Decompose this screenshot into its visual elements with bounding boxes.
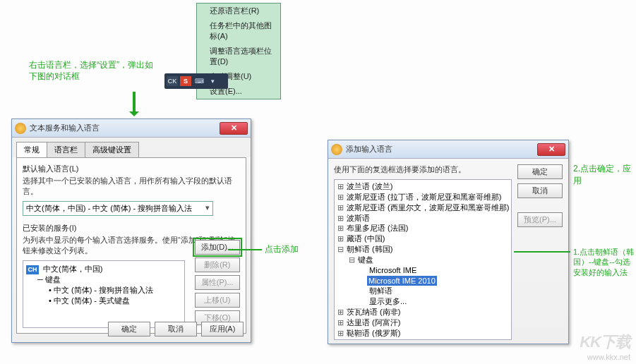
language-bar[interactable]: CK S ⌨ ▾ (164, 73, 228, 89)
kb-node[interactable]: ─ 键盘 (26, 274, 181, 285)
ch-badge-icon: CH (26, 265, 39, 274)
tree-node-label[interactable]: 达里语 (阿富汗) (344, 318, 400, 327)
globe-icon (331, 144, 342, 155)
tree-node-label[interactable]: Microsoft IME (367, 266, 416, 274)
cancel-button[interactable]: 取消 (517, 183, 563, 198)
installed-label: 已安装的服务(I) (23, 223, 240, 233)
watermark-logo: KK下载 (580, 332, 630, 353)
minus-icon[interactable]: ⊟ (336, 244, 344, 255)
titlebar[interactable]: 文本服务和输入语言 ✕ (12, 119, 251, 138)
tree-node[interactable]: ⊞ 波斯语 (336, 213, 510, 224)
lang-chip-sogou[interactable]: S (180, 76, 191, 86)
default-lang-value: 中文(简体，中国) - 中文 (简体) - 搜狗拼音输入法 (26, 203, 192, 214)
language-tree[interactable]: ⊞ 波兰语 (波兰)⊞ 波斯尼亚语 (拉丁语，波斯尼亚和黑塞哥维那)⊞ 波斯尼亚… (334, 179, 512, 340)
tree-node[interactable]: Microsoft IME (336, 265, 510, 276)
plus-icon[interactable]: ⊞ (336, 317, 344, 328)
dialog-title: 添加输入语言 (346, 144, 537, 154)
plus-icon[interactable]: ⊞ (336, 223, 344, 233)
tree-node[interactable]: ⊞ 鞑靼语 (俄罗斯) (336, 328, 510, 339)
annotation-korean: 1.点击朝鲜语（韩国）--键盘--勾选安装好的输入法 (573, 247, 635, 277)
watermark-url: www.kkx.net (580, 353, 630, 361)
keyboard-icon[interactable]: ⌨ (193, 76, 205, 86)
ime-us[interactable]: • 中文 (简体) - 美式键盘 (26, 296, 181, 306)
plus-icon[interactable]: ⊞ (336, 307, 344, 317)
installed-list[interactable]: CH 中文(简体，中国) ─ 键盘 • 中文 (简体) - 搜狗拼音输入法 • … (23, 260, 185, 328)
lang-root[interactable]: CH 中文(简体，中国) (26, 264, 181, 274)
tab-langbar[interactable]: 语言栏 (47, 142, 85, 157)
tree-node-label[interactable]: 丹麦语 (丹麦) (344, 339, 392, 340)
tree-node-label[interactable]: 布里多尼语 (法国) (344, 224, 408, 232)
menu-item-restore[interactable]: 还原语言栏(R) (197, 4, 280, 18)
tree-node[interactable]: ⊞ 波斯尼亚语 (西里尔文，波斯尼亚和黑塞哥维那) (336, 202, 510, 213)
add-button[interactable]: 添加(D)... (195, 240, 240, 255)
plus-icon[interactable]: ⊞ (336, 339, 344, 340)
tree-node[interactable]: ⊞ 茨瓦纳语 (南非) (336, 307, 510, 317)
tab-advanced[interactable]: 高级键设置 (85, 142, 139, 157)
side-button-column: 添加(D)... 删除(R) 属性(P)... 上移(U) 下移(O) (195, 240, 240, 325)
ok-button[interactable]: 确定 (108, 322, 150, 336)
watermark: KK下载 www.kkx.net (580, 332, 630, 361)
plus-icon[interactable]: ⊞ (336, 213, 344, 224)
tree-node[interactable]: ⊞ 藏语 (中国) (336, 233, 510, 244)
tree-node[interactable]: ⊞ 丹麦语 (丹麦) (336, 339, 510, 340)
titlebar[interactable]: 添加输入语言 ✕ (328, 140, 568, 159)
text-services-dialog: 文本服务和输入语言 ✕ 常规 语言栏 高级键设置 默认输入语言(L) 选择其中一… (11, 119, 251, 343)
annotation-ok: 2.点击确定，应用 (573, 163, 636, 187)
default-lang-hint: 选择其中一个已安装的输入语言，用作所有输入字段的默认语言。 (23, 176, 240, 197)
annotation-add: 点击添加 (265, 243, 299, 255)
lang-chip-ck[interactable]: CK (167, 76, 178, 86)
dialog-title: 文本服务和输入语言 (30, 123, 220, 133)
plus-icon[interactable]: ⊞ (336, 328, 344, 339)
minus-icon[interactable]: ⊟ (347, 255, 356, 265)
plus-icon[interactable]: ⊞ (336, 192, 344, 202)
delete-button[interactable]: 删除(R) (195, 257, 240, 272)
tree-node[interactable]: 显示更多... (336, 296, 510, 307)
add-input-language-dialog: 添加输入语言 ✕ 使用下面的复选框选择要添加的语言。 ⊞ 波兰语 (波兰)⊞ 波… (328, 140, 569, 344)
apply-button[interactable]: 应用(A) (201, 322, 244, 336)
preview-button[interactable]: 预览(P)... (517, 212, 563, 227)
annotation-step0: 右击语言栏，选择“设置”，弹出如下图的对话框 (29, 60, 156, 82)
default-lang-label: 默认输入语言(L) (23, 164, 240, 174)
dialog-footer: 确定 取消 应用(A) (108, 322, 244, 336)
tree-node-label[interactable]: 藏语 (中国) (344, 234, 385, 243)
tree-node[interactable]: 朝鲜语 (336, 286, 510, 296)
plus-icon[interactable]: ⊞ (336, 202, 344, 213)
tree-node[interactable]: ⊞ 波斯尼亚语 (拉丁语，波斯尼亚和黑塞哥维那) (336, 192, 510, 202)
tabs: 常规 语言栏 高级键设置 (12, 138, 251, 157)
tree-node-label[interactable]: 朝鲜语 (韩国) (344, 245, 392, 253)
tree-node-label[interactable]: 显示更多... (367, 297, 407, 305)
tree-node-label[interactable]: 鞑靼语 (俄罗斯) (344, 329, 400, 337)
tree-node[interactable]: ⊟ 朝鲜语 (韩国) (336, 244, 510, 255)
menu-item-other-icons[interactable]: 任务栏中的其他图标(A) (197, 18, 280, 44)
tree-node[interactable]: ⊞ 波兰语 (波兰) (336, 181, 510, 192)
tab-body: 默认输入语言(L) 选择其中一个已安装的输入语言，用作所有输入字段的默认语言。 … (16, 157, 246, 334)
globe-icon (15, 123, 26, 134)
plus-icon[interactable]: ⊞ (336, 233, 344, 244)
tree-node[interactable]: ⊟ 键盘 (336, 255, 510, 265)
tree-node-label[interactable]: 波斯尼亚语 (拉丁语，波斯尼亚和黑塞哥维那) (344, 193, 501, 201)
tree-node-label[interactable]: 朝鲜语 (367, 286, 392, 295)
tree-node-label[interactable]: 波兰语 (波兰) (344, 182, 392, 190)
close-button[interactable]: ✕ (537, 143, 565, 156)
ime-sogou[interactable]: • 中文 (简体) - 搜狗拼音输入法 (26, 285, 181, 296)
tree-node-label[interactable]: Microsoft IME 2010 (367, 276, 437, 286)
default-lang-combo[interactable]: 中文(简体，中国) - 中文 (简体) - 搜狗拼音输入法 (23, 201, 213, 216)
tree-node-label[interactable]: 波斯尼亚语 (西里尔文，波斯尼亚和黑塞哥维那) (344, 203, 509, 212)
cancel-button[interactable]: 取消 (155, 322, 197, 336)
menu-item-adjust-position[interactable]: 调整语言选项栏位置(D) (197, 44, 280, 69)
close-button[interactable]: ✕ (220, 122, 248, 135)
tree-node-label[interactable]: 茨瓦纳语 (南非) (344, 308, 400, 316)
tab-general[interactable]: 常规 (16, 142, 47, 157)
properties-button[interactable]: 属性(P)... (195, 275, 240, 290)
options-icon[interactable]: ▾ (207, 76, 218, 86)
arrow-down-icon (133, 92, 136, 113)
tree-node[interactable]: ⊞ 达里语 (阿富汗) (336, 317, 510, 328)
plus-icon[interactable]: ⊞ (336, 181, 344, 192)
tree-node-label[interactable]: 波斯语 (344, 214, 370, 222)
moveup-button[interactable]: 上移(U) (195, 293, 240, 308)
tree-node-label[interactable]: 键盘 (356, 255, 373, 264)
ok-button[interactable]: 确定 (517, 164, 563, 179)
tree-node[interactable]: ⊞ 布里多尼语 (法国) (336, 223, 510, 233)
dlg2-hint: 使用下面的复选框选择要添加的语言。 (334, 164, 512, 175)
tree-node[interactable]: Microsoft IME 2010 (336, 276, 510, 286)
